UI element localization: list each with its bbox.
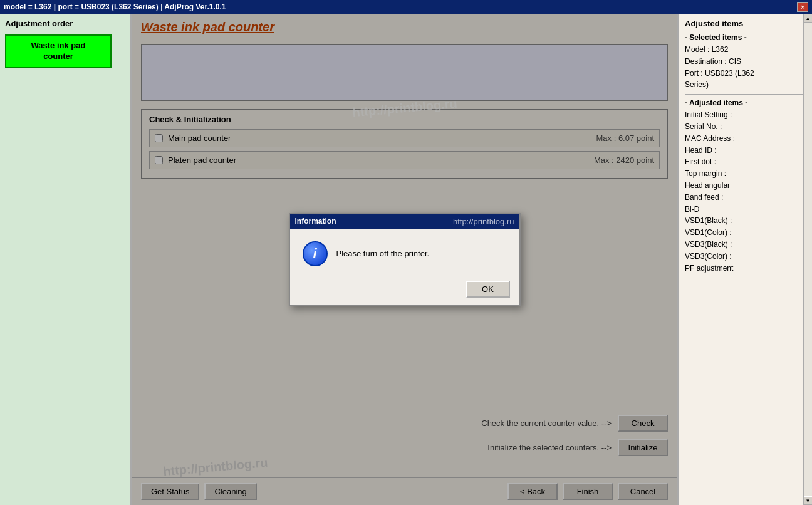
modal-body: i Please turn off the printer.	[290, 229, 519, 276]
selected-items-header: - Selected items -	[685, 33, 806, 42]
vsd1-color: VSD1(Color) :	[685, 227, 806, 238]
left-panel: Adjustment order Waste ink padcounter	[0, 14, 132, 505]
head-id: Head ID :	[685, 145, 806, 156]
modal-titlebar: Information http://printblog.ru	[290, 214, 519, 229]
modal-watermark: http://printblog.ru	[453, 217, 514, 226]
vsd3-color: VSD3(Color) :	[685, 251, 806, 262]
right-panel: Adjusted items - Selected items - Model …	[677, 14, 812, 505]
waste-ink-pad-counter-button[interactable]: Waste ink padcounter	[5, 34, 112, 68]
modal-footer: OK	[290, 276, 519, 305]
band-feed: Band feed :	[685, 192, 806, 203]
vsd3-black: VSD3(Black) :	[685, 239, 806, 250]
top-margin: Top margin :	[685, 169, 806, 179]
modal-overlay: Information http://printblog.ru i Please…	[132, 14, 677, 505]
mac-address: MAC Address :	[685, 133, 806, 144]
port-line: Port : USB023 (L362	[685, 68, 806, 79]
vsd1-black: VSD1(Black) :	[685, 216, 806, 226]
modal-title: Information	[295, 217, 336, 226]
modal-ok-button[interactable]: OK	[466, 281, 510, 298]
scroll-up-button[interactable]: ▲	[804, 14, 813, 23]
scroll-down-button[interactable]: ▼	[804, 496, 813, 505]
pf-adjustment: PF adjustment	[685, 263, 806, 274]
title-bar-text: model = L362 | port = USB023 (L362 Serie…	[4, 3, 226, 11]
destination-line: Destination : CIS	[685, 56, 806, 67]
first-dot: First dot :	[685, 157, 806, 167]
close-button[interactable]: ✕	[797, 2, 808, 12]
model-line: Model : L362	[685, 44, 806, 55]
right-panel-scrollbar[interactable]: ▲ ▼	[803, 14, 812, 505]
port-line2: Series)	[685, 80, 806, 90]
head-angular: Head angular	[685, 180, 806, 191]
bi-d: Bi-D	[685, 204, 806, 215]
modal-message: Please turn off the printer.	[336, 249, 430, 258]
info-icon: i	[303, 241, 328, 266]
initial-setting: Initial Setting :	[685, 110, 806, 120]
divider-1	[685, 94, 806, 95]
title-bar: model = L362 | port = USB023 (L362 Serie…	[0, 0, 812, 14]
right-panel-title: Adjusted items	[685, 19, 806, 28]
left-panel-title: Adjustment order	[5, 19, 125, 28]
adjusted-items-header: - Adjusted items -	[685, 98, 806, 107]
center-panel: Waste ink pad counter http://printblog.r…	[132, 14, 677, 505]
main-layout: Adjustment order Waste ink padcounter Wa…	[0, 14, 812, 505]
information-dialog: Information http://printblog.ru i Please…	[289, 213, 521, 306]
serial-no: Serial No. :	[685, 122, 806, 132]
